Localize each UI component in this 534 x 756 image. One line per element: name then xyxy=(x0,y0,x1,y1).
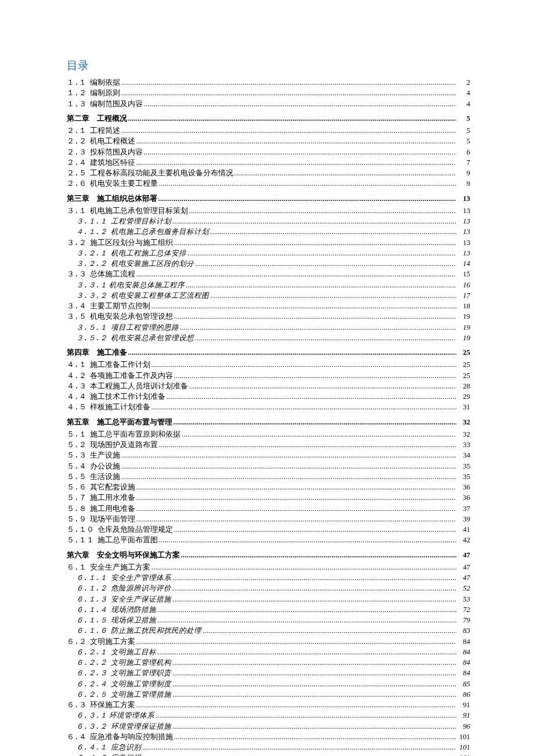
toc-entry-label: 各项施工准备工作及内容 xyxy=(86,371,173,380)
toc-entry[interactable]: １.３ 编制范围及内容4 xyxy=(67,99,470,109)
toc-entry-number: ５.１ xyxy=(67,430,86,440)
toc-entry-label: 生活设施 xyxy=(86,472,120,481)
toc-entry[interactable]: 第六章 安全文明与环保施工方案47 xyxy=(67,550,470,560)
toc-entry[interactable]: ５.７ 施工用水准备36 xyxy=(67,493,470,503)
toc-entry-label: 施工准备工作计划 xyxy=(86,360,150,369)
toc-leader xyxy=(128,114,457,123)
toc-entry[interactable]: ５.１０ 仓库及危险品管理规定41 xyxy=(67,525,470,535)
toc-leader xyxy=(121,451,456,460)
toc-entry[interactable]: ３.１.１ 工程管理目标计划13 xyxy=(67,217,470,226)
toc-entry[interactable]: ５.４ 办公设施35 xyxy=(67,462,470,471)
toc-entry[interactable]: 第四章 施工准备25 xyxy=(67,348,470,358)
toc-entry[interactable]: ５.２ 现场围护及道路布置33 xyxy=(67,440,470,450)
toc-entry[interactable]: ３.５ 机电安装总承包管理设想19 xyxy=(67,312,470,322)
toc-entry[interactable]: ３.２.１ 机电工程施工总体安排13 xyxy=(67,249,470,258)
toc-leader xyxy=(186,280,456,290)
toc-entry-number: 第三章 xyxy=(67,195,89,204)
toc-leader xyxy=(159,535,456,545)
toc-entry[interactable]: 第五章 施工总平面布置与管理32 xyxy=(67,417,470,427)
toc-entry[interactable]: ３.４ 主要工期节点控制18 xyxy=(67,301,470,311)
toc-entry[interactable]: ５.６ 其它配套设施36 xyxy=(67,483,470,492)
toc-leader xyxy=(158,194,457,203)
toc-entry[interactable]: ６.３ 环保施工方案91 xyxy=(67,700,470,710)
toc-entry[interactable]: ５.１１ 施工总平面布置图42 xyxy=(67,535,470,545)
toc-entry[interactable]: ６.２.５ 文明施工管理措施86 xyxy=(67,690,470,700)
toc-entry-number: ５.４ xyxy=(67,462,86,471)
toc-entry-label: 应急准备与响应控制措施 xyxy=(86,732,173,741)
toc-entry-page: 2 xyxy=(457,78,470,87)
toc-entry[interactable]: ６.１.３ 安全生产保证措施53 xyxy=(67,595,470,604)
toc-entry[interactable]: ２.１ 工程简述5 xyxy=(67,126,470,136)
toc-entry-label: 安全生产保证措施 xyxy=(107,595,171,604)
toc-entry-label: 应急识别 xyxy=(107,743,141,752)
toc-entry-label: 应急组织 xyxy=(107,753,141,756)
toc-entry-label: 编制依据 xyxy=(86,78,120,87)
toc-entry[interactable]: ６.２.４ 文明施工管理制度85 xyxy=(67,679,470,689)
toc-entry-number: ３.５ xyxy=(67,312,86,322)
toc-entry[interactable]: ５.３ 生产设施34 xyxy=(67,451,470,460)
toc-entry[interactable]: ５.１ 施工总平面布置原则和依据32 xyxy=(67,430,470,440)
toc-entry[interactable]: ４.５ 样板施工计划准备31 xyxy=(67,402,470,412)
toc-entry[interactable]: 第三章 施工组织总体部署13 xyxy=(67,194,470,204)
toc-entry[interactable]: ６.２.３ 文明施工管理职责84 xyxy=(67,668,470,678)
toc-entry[interactable]: ６.１.１ 安全生产管理体系47 xyxy=(67,573,470,583)
toc-entry[interactable]: ２.４ 建筑地区特征7 xyxy=(67,158,470,168)
toc-entry[interactable]: １.２ 编制原则4 xyxy=(67,88,470,98)
toc-entry[interactable]: ３.１ 机电施工总承包管理目标策划13 xyxy=(67,206,470,216)
toc-entry-page: 19 xyxy=(457,312,470,321)
toc-entry-label: 施工准备 xyxy=(89,348,127,357)
toc-entry[interactable]: ６.４.１ 应急识别101 xyxy=(67,743,470,753)
toc-entry[interactable]: ３.２.２ 机电安装施工区段的划分14 xyxy=(67,259,470,269)
toc-entry[interactable]: ３.５.１ 项目工程管理的思路19 xyxy=(67,323,470,333)
toc-entry[interactable]: ２.３ 投标范围及内容6 xyxy=(67,147,470,157)
toc-entry-number: 第四章 xyxy=(67,348,89,358)
toc-entry[interactable]: ６.４.２ 应急组织101 xyxy=(67,753,470,756)
toc-entry[interactable]: ３.２ 施工区段划分与施工组织13 xyxy=(67,238,470,248)
toc-entry[interactable]: ５.５ 生活设施35 xyxy=(67,472,470,482)
toc-leader xyxy=(142,753,456,756)
toc-entry[interactable]: ５.８ 施工用电准备37 xyxy=(67,504,470,514)
toc-entry[interactable]: ２.６ 机电安装主要工程量9 xyxy=(67,179,470,189)
toc-entry-label: 施工总平面布置与管理 xyxy=(89,417,172,427)
toc-entry[interactable]: ４.１ 施工准备工作计划25 xyxy=(67,360,470,370)
toc-entry[interactable]: ６.１.５ 现场保卫措施79 xyxy=(67,615,470,625)
toc-entry-number: ２.２ xyxy=(67,137,86,146)
toc-leader xyxy=(174,238,456,247)
toc-entry[interactable]: ３.３.１ 机电安装总体施工程序16 xyxy=(67,280,470,290)
toc-entry[interactable]: ３.３.２ 机电安装工程整体工艺流程图17 xyxy=(67,291,470,301)
toc-entry-label: 建筑地区特征 xyxy=(86,158,135,167)
toc-entry-number: １.１ xyxy=(67,78,86,88)
toc-entry[interactable]: ４.３ 本工程施工人员培训计划准备28 xyxy=(67,381,470,391)
toc-leader xyxy=(144,99,456,109)
toc-entry-label: 机电安装总体施工程序 xyxy=(107,280,185,290)
toc-entry[interactable]: ６.１.６ 防止施工扰民和扰民的处理83 xyxy=(67,626,470,636)
toc-entry[interactable]: ４.２ 各项施工准备工作及内容25 xyxy=(67,371,470,381)
toc-entry[interactable]: ４.４ 施工技术工作计划准备29 xyxy=(67,392,470,402)
toc-entry[interactable]: 第二章 工程概况5 xyxy=(67,114,470,124)
toc-entry[interactable]: ６.３.１ 环境管理体系91 xyxy=(67,711,470,721)
toc-entry[interactable]: ３.３ 总体施工流程15 xyxy=(67,269,470,279)
toc-entry-page: 101 xyxy=(457,732,470,741)
toc-entry[interactable]: ２.２ 机电工程概述5 xyxy=(67,136,470,146)
toc-entry[interactable]: ３.５.２ 机电安装总承包管理设想19 xyxy=(67,333,470,343)
toc-entry[interactable]: ５.９ 现场平面管理39 xyxy=(67,514,470,524)
toc-entry-number: １.３ xyxy=(67,100,86,109)
toc-entry[interactable]: ６.２.１ 文明施工目标84 xyxy=(67,647,470,657)
toc-entry[interactable]: ６.１ 安全生产施工方案47 xyxy=(67,563,470,573)
toc-entry[interactable]: ４.１.２ 机电施工总承包服务目标计划13 xyxy=(67,227,470,237)
toc-entry[interactable]: ６.３.２ 环境管理保证措施96 xyxy=(67,722,470,732)
toc-entry-label: 机电安装总承包管理设想 xyxy=(86,312,173,321)
toc-entry[interactable]: ６.１.４ 现场消防措施72 xyxy=(67,605,470,615)
toc-entry-page: 13 xyxy=(457,217,470,226)
toc-entry-number: ６.２.１ xyxy=(76,648,107,657)
toc-leader xyxy=(151,360,456,369)
toc-entry[interactable]: ６.２.２ 文明施工管理机构84 xyxy=(67,658,470,668)
toc-entry[interactable]: ２.５ 工程各标高段功能及主要机电设备分布情况9 xyxy=(67,168,470,178)
toc-leader xyxy=(189,206,456,215)
toc-entry[interactable]: ６.１.２ 危险源辨识与评价52 xyxy=(67,584,470,593)
toc-entry[interactable]: ６.４ 应急准备与响应控制措施101 xyxy=(67,732,470,742)
toc-entry[interactable]: ６.２ 文明施工方案84 xyxy=(67,637,470,647)
toc-leader xyxy=(172,217,456,226)
toc-entry-page: 101 xyxy=(457,743,470,752)
toc-entry[interactable]: １.１ 编制依据2 xyxy=(67,78,470,88)
